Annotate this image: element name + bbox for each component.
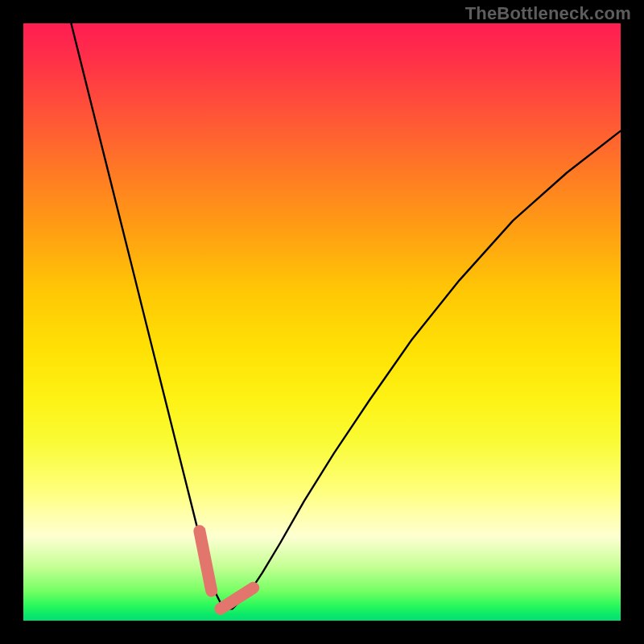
chart-svg	[23, 23, 621, 621]
highlight-segments	[200, 531, 254, 609]
highlight-right-near-min	[221, 588, 254, 609]
bottleneck-curve	[71, 23, 621, 609]
chart-frame: TheBottleneck.com	[0, 0, 644, 644]
watermark-label: TheBottleneck.com	[465, 3, 631, 24]
highlight-left-near-min	[200, 531, 212, 591]
chart-plot-area	[23, 23, 621, 621]
